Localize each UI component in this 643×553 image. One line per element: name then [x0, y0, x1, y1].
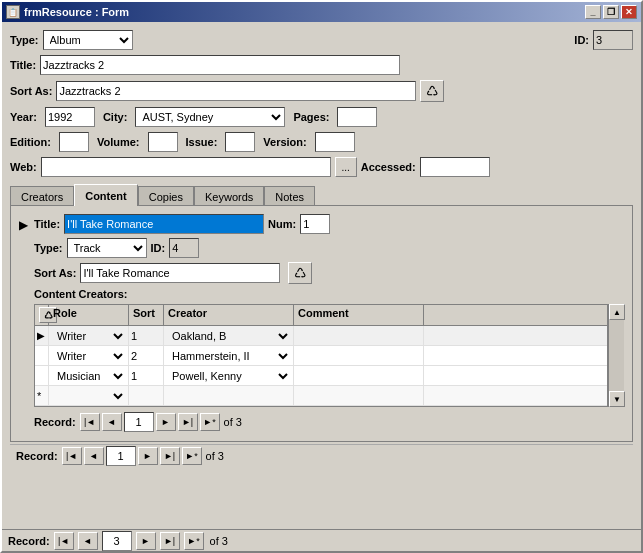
grid-header-creator: Creator: [164, 305, 294, 325]
edition-field[interactable]: [59, 132, 89, 152]
new-row-comment-cell[interactable]: [294, 386, 424, 405]
bottom-nav-prev-button[interactable]: ◄: [78, 532, 98, 550]
inner-sortas-refresh-button[interactable]: ♺: [288, 262, 312, 284]
content-area: ▶ Title: Num: Type: T: [19, 214, 624, 433]
row2-arrow: [35, 346, 49, 365]
inner-type-select[interactable]: Track: [67, 238, 147, 258]
new-row-creator-cell[interactable]: [164, 386, 294, 405]
tab-content-panel: ▶ Title: Num: Type: T: [10, 205, 633, 442]
row1-role-cell[interactable]: Writer: [49, 326, 129, 345]
web-field[interactable]: [41, 157, 331, 177]
outer-nav-prev-button[interactable]: ◄: [84, 447, 104, 465]
row3-creator-cell[interactable]: Powell, Kenny: [164, 366, 294, 385]
outer-nav-current[interactable]: [106, 446, 136, 466]
inner-id-field[interactable]: [169, 238, 199, 258]
num-field[interactable]: [300, 214, 330, 234]
inner-nav-prev-button[interactable]: ◄: [102, 413, 122, 431]
outer-nav-bar: Record: |◄ ◄ ► ►| ►* of 3: [10, 444, 633, 466]
pages-field[interactable]: [337, 107, 377, 127]
issue-field[interactable]: [225, 132, 255, 152]
volume-field[interactable]: [148, 132, 178, 152]
row1-creator-cell[interactable]: Oakland, B: [164, 326, 294, 345]
city-select[interactable]: AUST, Sydney: [135, 107, 285, 127]
outer-nav-next-button[interactable]: ►: [138, 447, 158, 465]
id-label: ID:: [574, 34, 589, 46]
table-row: ▶ Writer 1: [35, 326, 607, 346]
row3-role-cell[interactable]: Musician: [49, 366, 129, 385]
version-field[interactable]: [315, 132, 355, 152]
new-row-role-cell[interactable]: [49, 386, 129, 405]
num-label: Num:: [268, 218, 296, 230]
outer-nav-new-button[interactable]: ►*: [182, 447, 202, 465]
window-icon: 📋: [6, 5, 20, 19]
grid-wrapper: ♺ Role Sort Creator Comment: [34, 304, 624, 407]
grid-header-comment: Comment: [294, 305, 424, 325]
row3-creator-select[interactable]: Powell, Kenny: [166, 367, 291, 385]
grid-header-sort: Sort: [129, 305, 164, 325]
table-row: Musician 1 Powell, Kenny: [35, 366, 607, 386]
bottom-nav-last-button[interactable]: ►|: [160, 532, 180, 550]
tab-content[interactable]: Content: [74, 184, 138, 206]
minimize-button[interactable]: _: [585, 5, 601, 19]
title-row: Title:: [10, 55, 633, 75]
bottom-nav-current[interactable]: [102, 531, 132, 551]
browse-button[interactable]: ...: [335, 157, 357, 177]
year-field[interactable]: [45, 107, 95, 127]
web-label: Web:: [10, 161, 37, 173]
inner-title-label: Title:: [34, 218, 60, 230]
id-group: ID:: [574, 30, 633, 50]
scroll-up-button[interactable]: ▲: [609, 304, 625, 320]
type-select[interactable]: Album: [43, 30, 133, 50]
inner-nav-first-button[interactable]: |◄: [80, 413, 100, 431]
tab-copies[interactable]: Copies: [138, 186, 194, 206]
volume-label: Volume:: [97, 136, 140, 148]
restore-button[interactable]: ❐: [603, 5, 619, 19]
row2-role-cell[interactable]: Writer: [49, 346, 129, 365]
inner-sortas-row: Sort As: ♺: [34, 262, 624, 284]
tab-keywords[interactable]: Keywords: [194, 186, 264, 206]
creators-grid: ♺ Role Sort Creator Comment: [34, 304, 608, 407]
close-button[interactable]: ✕: [621, 5, 637, 19]
row2-creator-select[interactable]: Hammerstein, II: [166, 347, 291, 365]
bottom-nav-next-button[interactable]: ►: [136, 532, 156, 550]
title-field[interactable]: [40, 55, 400, 75]
id-field[interactable]: [593, 30, 633, 50]
scroll-down-button[interactable]: ▼: [609, 391, 625, 407]
inner-sortas-field[interactable]: [80, 263, 280, 283]
inner-nav-new-button[interactable]: ►*: [200, 413, 220, 431]
row1-role-select[interactable]: Writer: [51, 327, 126, 345]
inner-nav-last-button[interactable]: ►|: [178, 413, 198, 431]
bottom-nav-new-button[interactable]: ►*: [184, 532, 204, 550]
bottom-status-bar: Record: |◄ ◄ ► ►| ►* of 3: [2, 529, 641, 551]
tab-notes[interactable]: Notes: [264, 186, 315, 206]
title-bar: 📋 frmResource : Form _ ❐ ✕: [2, 2, 641, 22]
accessed-field[interactable]: [420, 157, 490, 177]
inner-title-field[interactable]: [64, 214, 264, 234]
bottom-nav-first-button[interactable]: |◄: [54, 532, 74, 550]
sortas-refresh-button[interactable]: ♺: [420, 80, 444, 102]
row3-role-select[interactable]: Musician: [51, 367, 126, 385]
row2-comment-cell[interactable]: [294, 346, 424, 365]
row2-creator-cell[interactable]: Hammerstein, II: [164, 346, 294, 365]
edition-row: Edition: Volume: Issue: Version:: [10, 132, 633, 152]
inner-type-row: Type: Track ID:: [34, 238, 624, 258]
outer-nav-last-button[interactable]: ►|: [160, 447, 180, 465]
scroll-track[interactable]: [609, 320, 624, 391]
sortas-field[interactable]: [56, 81, 416, 101]
row1-sort-cell: 1: [129, 326, 164, 345]
row2-role-select[interactable]: Writer: [51, 347, 126, 365]
inner-nav-next-button[interactable]: ►: [156, 413, 176, 431]
new-row-role-select[interactable]: [51, 387, 126, 405]
row1-comment-cell[interactable]: [294, 326, 424, 345]
type-group: Type: Album: [10, 30, 574, 50]
tab-creators[interactable]: Creators: [10, 186, 74, 206]
title-bar-text: 📋 frmResource : Form: [6, 5, 129, 19]
inner-nav-current[interactable]: [124, 412, 154, 432]
outer-nav-first-button[interactable]: |◄: [62, 447, 82, 465]
city-label: City:: [103, 111, 127, 123]
inner-nav-label: Record:: [34, 416, 76, 428]
row1-creator-select[interactable]: Oakland, B: [166, 327, 291, 345]
row3-comment-cell[interactable]: [294, 366, 424, 385]
table-row-new: *: [35, 386, 607, 406]
tabs-container: Creators Content Copies Keywords Notes ▶…: [10, 183, 633, 442]
